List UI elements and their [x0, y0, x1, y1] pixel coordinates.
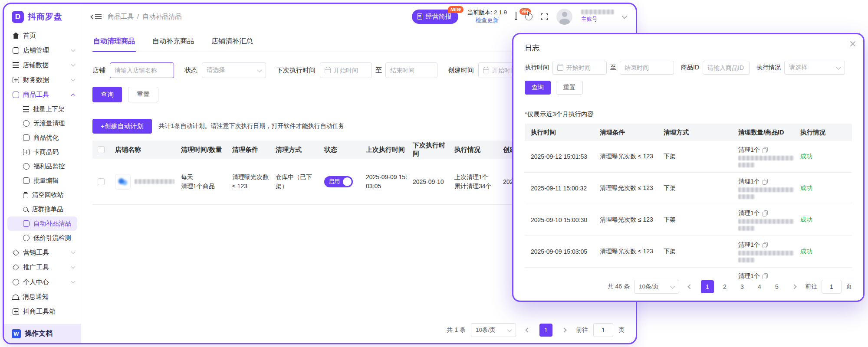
sidebar-item-label: 商品工具 [23, 91, 49, 99]
dialog-next-page-button[interactable] [788, 280, 801, 293]
dialog-prev-page-button[interactable] [684, 280, 697, 293]
log-exec-time: 2025-09-09 15:03:05 [525, 248, 600, 255]
sidebar-item-label: 无流量清理 [33, 119, 65, 128]
sidebar-item-finance-data[interactable]: 财务数据 [4, 72, 81, 87]
breadcrumb: 商品工具 / 自动补品清品 [108, 13, 181, 21]
sidebar-item-label: 福利品监控 [33, 162, 65, 170]
col-exec-time: 执行时间 [525, 128, 600, 137]
log-condition: 清理曝光次数 ≤ 123 [600, 184, 664, 192]
reset-button[interactable]: 重置 [128, 87, 158, 102]
dialog-page-button-3[interactable]: 3 [736, 280, 749, 293]
dialog-page-button-2[interactable]: 2 [718, 280, 731, 293]
chevron-up-icon [71, 93, 76, 98]
sidebar-item-label: 财务数据 [23, 76, 49, 84]
bell-icon [13, 295, 19, 300]
sidebar-item-shop-group-search[interactable]: 店群搜单品 [4, 202, 81, 216]
next-exec-end-date[interactable] [390, 67, 433, 74]
next-exec-start-date[interactable] [334, 67, 367, 74]
log-qty: 清理1个 [738, 241, 760, 249]
page-button-1[interactable]: 1 [539, 324, 552, 337]
shop-name-input[interactable] [115, 67, 169, 74]
sidebar-item-notifications[interactable]: 消息通知 [4, 289, 81, 304]
sidebar-item-toolbox[interactable]: 抖商工具箱 [4, 304, 81, 319]
sidebar-item-shop-manage[interactable]: 店铺管理 [4, 43, 81, 58]
check-update-link[interactable]: 检查更新 [467, 16, 507, 24]
next-page-button[interactable] [558, 324, 571, 337]
status-toggle[interactable]: 启用 [324, 176, 353, 187]
chevron-down-icon [507, 327, 512, 332]
search-button[interactable]: 查询 [92, 87, 122, 102]
tab-auto-clean[interactable]: 自动清理商品 [92, 33, 136, 52]
page-size-select[interactable]: 10条/页 [471, 323, 516, 337]
dialog-goto-page-input[interactable] [822, 280, 842, 294]
dialog-page-button-4[interactable]: 4 [753, 280, 766, 293]
copy-icon[interactable] [763, 147, 767, 153]
dialog-total-count: 共 46 条 [608, 283, 630, 291]
tab-summary[interactable]: 店铺清补汇总 [210, 33, 254, 52]
sidebar-item-label: 店铺数据 [23, 61, 49, 69]
sidebar-item-product-code[interactable]: 卡商品码 [4, 145, 81, 159]
sidebar-item-product-tools[interactable]: 商品工具 [4, 87, 81, 102]
fullscreen-icon[interactable] [541, 13, 548, 20]
dialog-page-button-5[interactable]: 5 [770, 280, 783, 293]
operation-docs-entry[interactable]: W 操作文档 [4, 324, 81, 343]
sidebar-item-batch-on-off[interactable]: 批量上下架 [4, 102, 81, 116]
product-id-filter-label: 商品ID [681, 64, 699, 72]
row-checkbox[interactable] [98, 178, 105, 185]
exec-status-select[interactable]: 请选择 [784, 61, 845, 75]
product-code-icon [23, 149, 30, 155]
sidebar-item-label: 店铺管理 [23, 46, 49, 55]
sidebar-item-home[interactable]: 首页 [4, 28, 81, 43]
home-icon [13, 33, 19, 39]
create-auto-plan-button[interactable]: +创建自动计划 [92, 119, 152, 134]
goto-page-input[interactable] [593, 323, 613, 337]
brand-logo[interactable]: D 抖商罗盘 [4, 4, 81, 27]
sidebar-item-no-traffic-clean[interactable]: 无流量清理 [4, 116, 81, 131]
sidebar: D 抖商罗盘 首页 店铺管理 店铺数据 财务数据 [4, 4, 81, 343]
copy-icon[interactable] [763, 179, 767, 184]
business-report-button[interactable]: 经营简报 NEW [412, 10, 458, 24]
avatar[interactable] [556, 9, 572, 25]
search-icon [23, 207, 28, 212]
chevron-down-icon [670, 284, 675, 288]
sidebar-item-label: 批量上下架 [33, 105, 65, 113]
exec-end-date[interactable] [625, 64, 669, 71]
copy-icon[interactable] [763, 273, 767, 279]
tab-auto-replenish[interactable]: 自动补充商品 [151, 33, 195, 52]
exec-start-date[interactable] [566, 64, 602, 71]
breadcrumb-parent[interactable]: 商品工具 [108, 13, 134, 21]
sidebar-item-shop-data[interactable]: 店铺数据 [4, 58, 81, 72]
sidebar-item-low-price-detect[interactable]: 低价引流检测 [4, 231, 81, 245]
collapse-sidebar-icon[interactable] [95, 14, 102, 19]
dialog-reset-button[interactable]: 重置 [556, 81, 583, 95]
sidebar-item-empty-recycle[interactable]: 清空回收站 [4, 188, 81, 202]
prev-page-button[interactable] [521, 324, 534, 337]
account-tag: 主账号 [581, 16, 614, 23]
sidebar-item-personal-center[interactable]: 个人中心 [4, 275, 81, 289]
report-label: 经营简报 [425, 13, 451, 21]
power-icon[interactable] [525, 13, 533, 20]
sidebar-item-marketing-tools[interactable]: 营销工具 [4, 245, 81, 260]
chevron-down-icon [257, 67, 262, 72]
product-id-blurred [738, 258, 755, 262]
dialog-search-button[interactable]: 查询 [525, 81, 551, 95]
dialog-page-size-select[interactable]: 10条/页 [634, 280, 679, 294]
sidebar-item-product-optimize[interactable]: 商品优化 [4, 131, 81, 145]
dialog-page-button-1[interactable]: 1 [701, 280, 714, 293]
log-method: 下架 [664, 216, 738, 224]
status-select[interactable]: 请选择 [202, 62, 266, 78]
copy-icon[interactable] [763, 242, 767, 248]
sidebar-item-welfare-monitor[interactable]: 福利品监控 [4, 159, 81, 174]
account-dropdown-caret[interactable] [622, 13, 627, 18]
sidebar-item-batch-edit[interactable]: 批量编辑 [4, 174, 81, 188]
select-all-checkbox[interactable] [98, 146, 105, 153]
exec-start-date-wrap [552, 61, 607, 75]
dialog-goto-label: 前往 [805, 283, 817, 291]
sidebar-item-promotion-tools[interactable]: 推广工具 [4, 260, 81, 275]
close-dialog-button[interactable] [849, 40, 856, 49]
notification-bell[interactable]: 99+ [516, 13, 516, 20]
status-toggle-label: 启用 [329, 178, 340, 186]
product-id-input[interactable] [707, 64, 745, 71]
copy-icon[interactable] [763, 210, 767, 216]
sidebar-item-auto-replenish-clean[interactable]: 自动补品清品 [7, 216, 77, 231]
